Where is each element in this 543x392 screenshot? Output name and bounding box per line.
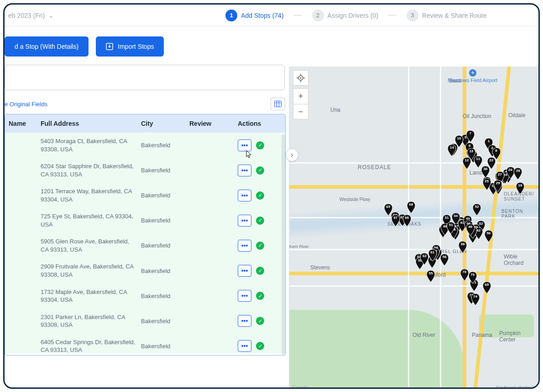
table-row[interactable]: 5905 Glen Rose Ave, Bakersfield, CA 9331… bbox=[5, 233, 285, 258]
map-pin[interactable]: 6 bbox=[465, 143, 474, 155]
status-ok-badge: ✓ bbox=[256, 317, 264, 325]
locate-button[interactable] bbox=[293, 70, 308, 86]
map-pin[interactable]: 20 bbox=[499, 172, 508, 184]
zoom-in-button[interactable]: + bbox=[293, 88, 308, 104]
map-pin[interactable]: 10 bbox=[454, 135, 464, 147]
map-pin[interactable]: 53 bbox=[414, 254, 423, 266]
map-pin[interactable]: 3 bbox=[449, 144, 458, 155]
collapse-panel-button[interactable]: › bbox=[286, 149, 298, 161]
map-pin[interactable]: 9 bbox=[469, 151, 478, 163]
col-city[interactable]: City bbox=[141, 120, 189, 127]
step-number: 3 bbox=[407, 10, 418, 21]
map-pin[interactable]: 44 bbox=[449, 227, 458, 238]
map-label-laurel_glen: LAUREL GLEN bbox=[431, 249, 467, 254]
step-number: 2 bbox=[312, 10, 324, 21]
columns-toggle-button[interactable] bbox=[271, 98, 285, 110]
map-pin[interactable]: 7 bbox=[466, 130, 475, 142]
import-stops-button[interactable]: Import Stops bbox=[96, 36, 164, 57]
map-pin[interactable]: 28 bbox=[513, 168, 522, 180]
col-address[interactable]: Full Address bbox=[41, 120, 141, 127]
map-pin[interactable]: 72 bbox=[467, 292, 476, 304]
svg-point-54 bbox=[416, 255, 422, 261]
step-label: Assign Drivers (0) bbox=[328, 12, 378, 19]
table-row[interactable]: 2301 Parker Ln, Bakersfield, CA 93308, U… bbox=[5, 309, 285, 334]
table-row[interactable]: 2909 Fruitvale Ave, Bakersfield, CA 9330… bbox=[5, 258, 285, 283]
ellipsis-icon: ••• bbox=[241, 317, 248, 325]
step-1[interactable]: 1 Add Stops (74) bbox=[225, 10, 283, 21]
map-label-saco: Saco bbox=[449, 77, 461, 84]
zoom-out-button[interactable]: − bbox=[293, 104, 308, 119]
pin-number: 20 bbox=[499, 173, 508, 177]
map-pin[interactable]: 11 bbox=[474, 156, 483, 168]
map-pin[interactable]: 47 bbox=[468, 227, 477, 238]
pin-number: 9 bbox=[469, 152, 478, 156]
map-panel[interactable]: ✈ Meadows Field Airport SacoUnaOil Junct… bbox=[289, 67, 538, 389]
map-pin[interactable]: 42 bbox=[474, 227, 483, 239]
row-actions-button[interactable]: ••• bbox=[238, 340, 251, 352]
row-actions-button[interactable]: ••• bbox=[238, 265, 251, 277]
cell-city: Bakersfield bbox=[141, 217, 189, 224]
row-actions-button[interactable]: ••• bbox=[238, 315, 251, 327]
map-pin[interactable]: 56 bbox=[440, 254, 449, 266]
table-row[interactable]: 1732 Maple Ave, Bakersfield, CA 93304, U… bbox=[5, 284, 285, 309]
ellipsis-icon: ••• bbox=[241, 267, 248, 274]
map-label-rosedale: ROSEDALE bbox=[358, 164, 391, 170]
table-row[interactable]: 6204 Star Sapphire Dr, Bakersfield, CA 9… bbox=[5, 158, 285, 183]
search-input[interactable] bbox=[5, 65, 285, 90]
map-pin[interactable]: 18 bbox=[502, 169, 512, 181]
top-bar: eb 2023 (Fri) ⌄ 1 Add Stops (74)2 Assign… bbox=[5, 5, 538, 26]
map-shortcuts-link[interactable]: Keyboard shortcuts bbox=[496, 385, 536, 389]
svg-point-58 bbox=[429, 258, 435, 263]
svg-point-11 bbox=[456, 137, 462, 142]
ellipsis-icon: ••• bbox=[241, 292, 248, 299]
cell-actions: ••• ✓ bbox=[238, 240, 285, 252]
map-pin[interactable]: 59 bbox=[415, 258, 424, 269]
map-pin[interactable]: 62 bbox=[420, 253, 429, 265]
map-pin[interactable]: 40 bbox=[451, 228, 460, 240]
map-pin[interactable]: 13 bbox=[467, 148, 476, 160]
map-label-wible_orchard: Wible Orchard bbox=[504, 253, 538, 266]
date-picker[interactable]: eb 2023 (Fri) ⌄ bbox=[8, 12, 54, 19]
pin-number: 2 bbox=[488, 146, 497, 150]
step-3[interactable]: 3 Review & Share Route bbox=[407, 10, 487, 21]
row-actions-button[interactable]: ••• bbox=[238, 190, 251, 201]
cell-city: Bakersfield bbox=[141, 192, 189, 199]
svg-point-43 bbox=[476, 229, 481, 234]
map[interactable]: ✈ Meadows Field Airport SacoUnaOil Junct… bbox=[289, 67, 538, 389]
row-actions-button[interactable]: ••• bbox=[238, 290, 251, 302]
map-label-benton_park: BENTON PARK bbox=[501, 209, 538, 219]
svg-point-60 bbox=[417, 259, 423, 264]
svg-point-45 bbox=[451, 228, 456, 233]
columns-icon bbox=[274, 101, 282, 107]
table-row[interactable]: 6405 Cedar Springs Dr, Bakersfield, CA 9… bbox=[5, 334, 285, 353]
table-row[interactable]: 725 Eye St, Bakersfield, CA 93304, USA B… bbox=[5, 208, 285, 233]
map-pin[interactable]: 74 bbox=[471, 294, 480, 305]
add-stop-button[interactable]: d a Stop (With Details) bbox=[5, 36, 89, 57]
row-actions-button[interactable]: ••• bbox=[238, 165, 251, 176]
row-actions-button[interactable]: ••• bbox=[238, 215, 251, 227]
table-row[interactable]: 5403 Moraga Ct, Bakersfield, CA 93308, U… bbox=[5, 133, 285, 158]
map-pin[interactable]: 21 bbox=[504, 171, 513, 183]
map-pin[interactable]: 57 bbox=[428, 256, 437, 268]
original-fields-link[interactable]: e Original Fields bbox=[5, 101, 47, 108]
map-pin[interactable]: 1 bbox=[484, 138, 493, 150]
check-icon: ✓ bbox=[258, 268, 262, 274]
check-icon: ✓ bbox=[258, 242, 262, 248]
map-pin[interactable]: 14 bbox=[447, 144, 456, 156]
row-actions-button[interactable]: ••• bbox=[238, 240, 251, 252]
table-row[interactable]: 1201 Terrace Way, Bakersfield, CA 93304,… bbox=[5, 183, 285, 208]
col-name[interactable]: Name bbox=[9, 120, 41, 127]
scrollbar[interactable] bbox=[282, 134, 285, 355]
step-2[interactable]: 2 Assign Drivers (0) bbox=[312, 10, 378, 21]
map-pin[interactable]: 35 bbox=[468, 231, 477, 243]
row-actions-button[interactable]: ••• bbox=[238, 139, 251, 151]
col-review[interactable]: Review bbox=[189, 120, 238, 127]
map-pin[interactable]: 2 bbox=[488, 145, 497, 157]
map-pin[interactable]: 4 bbox=[466, 148, 475, 160]
pin-number: 3 bbox=[449, 144, 458, 149]
map-pin[interactable]: 26 bbox=[506, 167, 515, 179]
map-pin[interactable]: 24 bbox=[501, 172, 510, 184]
col-actions[interactable]: Actions bbox=[238, 120, 286, 127]
step-label: Add Stops (74) bbox=[241, 12, 283, 19]
cell-address: 2301 Parker Ln, Bakersfield, CA 93308, U… bbox=[41, 313, 141, 329]
